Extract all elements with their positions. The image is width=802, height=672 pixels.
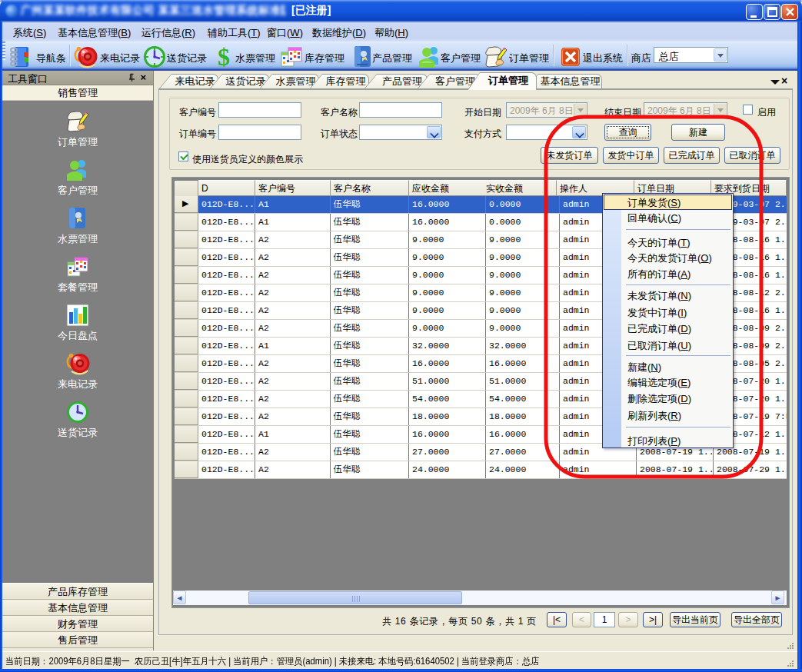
svg-text:$: $ bbox=[218, 45, 230, 69]
